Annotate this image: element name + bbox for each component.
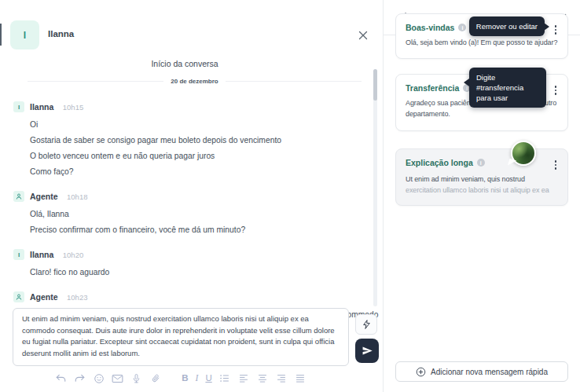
undo-icon[interactable] bbox=[55, 372, 67, 384]
info-icon[interactable] bbox=[458, 24, 466, 31]
italic-icon[interactable]: I bbox=[196, 372, 199, 384]
contact-name: Ilanna bbox=[48, 29, 74, 38]
paper-plane-icon bbox=[362, 346, 373, 356]
message-ilanna-1: I Ilanna 10h15 Oi Gostaria de saber se c… bbox=[13, 101, 351, 180]
kebab-menu-icon[interactable] bbox=[552, 24, 560, 35]
message-author: Agente bbox=[30, 192, 58, 201]
card-title: Boas-vindas bbox=[406, 23, 454, 32]
message-text: Gostaria de saber se consigo pagar meu b… bbox=[30, 133, 351, 148]
send-button[interactable] bbox=[355, 339, 379, 363]
message-text: Claro! fico no aguardo bbox=[30, 265, 351, 280]
attachment-icon[interactable] bbox=[149, 372, 161, 384]
bold-icon[interactable]: B bbox=[182, 372, 188, 384]
message-composer-input[interactable]: Ut enim ad minim veniam, quis nostrud ex… bbox=[13, 308, 349, 366]
message-author: Ilanna bbox=[30, 250, 53, 259]
plus-circle-icon bbox=[416, 367, 426, 377]
message-time: 10h23 bbox=[67, 293, 87, 302]
person-icon bbox=[15, 293, 23, 301]
kebab-menu-icon[interactable] bbox=[552, 85, 560, 96]
avatar-initial: I bbox=[18, 251, 20, 258]
align-center-icon[interactable] bbox=[257, 372, 269, 384]
card-title: Explicação longa bbox=[406, 158, 473, 167]
message-avatar bbox=[13, 291, 24, 302]
card-title: Transferência bbox=[406, 83, 459, 93]
message-time: 10h15 bbox=[63, 103, 83, 112]
card-body-line1: Ut enim ad minim veniam, quis nostrud bbox=[406, 174, 558, 185]
conversation-start-label: Início da conversa bbox=[0, 59, 369, 68]
divider-line bbox=[226, 81, 362, 82]
align-left-icon[interactable] bbox=[238, 372, 250, 384]
microphone-icon[interactable] bbox=[130, 372, 142, 384]
contact-avatar-initial: I bbox=[24, 30, 26, 41]
add-quick-message-button[interactable]: Adicionar nova mensagem rápida bbox=[395, 361, 568, 382]
redo-icon[interactable] bbox=[74, 372, 86, 384]
message-time: 10h20 bbox=[63, 251, 83, 259]
quick-message-card-boas-vindas[interactable]: Boas-vindas Olá, seja bem vindo (a)! Em … bbox=[395, 13, 568, 59]
justify-icon[interactable] bbox=[295, 372, 307, 384]
message-time: 10h18 bbox=[67, 192, 87, 201]
message-author: Ilanna bbox=[30, 102, 53, 112]
message-text: Oi bbox=[30, 117, 351, 133]
divider-line bbox=[28, 81, 163, 82]
chat-scrollbar-thumb[interactable] bbox=[373, 69, 377, 101]
align-right-icon[interactable] bbox=[276, 372, 288, 384]
card-body-line2: exercitation ullamco laboris nisi ut ali… bbox=[406, 185, 558, 196]
quick-message-card-explicacao-longa[interactable]: Explicação longa Ut enim ad minim veniam… bbox=[395, 148, 568, 206]
chat-scrollbar[interactable] bbox=[373, 69, 377, 306]
chat-header: I Ilanna bbox=[0, 0, 384, 55]
lightning-bolt-icon bbox=[362, 319, 372, 330]
person-icon bbox=[15, 192, 23, 200]
bullet-list-icon[interactable] bbox=[219, 372, 231, 384]
avatar-initial: I bbox=[18, 104, 20, 111]
email-icon[interactable] bbox=[112, 372, 123, 384]
message-text: O boleto venceu ontem e eu não queria pa… bbox=[30, 148, 351, 164]
kebab-menu-icon[interactable] bbox=[552, 159, 560, 170]
format-toolbar: B I U bbox=[13, 372, 349, 384]
contact-avatar: I bbox=[10, 20, 39, 49]
quick-messages-panel: Mensagens rápidas Boas-vindas Olá, seja … bbox=[384, 0, 580, 392]
message-text: Como faço? bbox=[30, 164, 351, 180]
info-icon[interactable] bbox=[477, 159, 485, 167]
message-avatar: I bbox=[13, 101, 24, 112]
add-button-label: Adicionar nova mensagem rápida bbox=[431, 368, 548, 376]
card-body: Olá, seja bem vindo (a)! Em que posso te… bbox=[406, 38, 558, 49]
tooltip-digite-transferencia: Digite #transferencia para usar bbox=[469, 68, 546, 108]
message-avatar: I bbox=[13, 249, 24, 260]
chat-panel: I Ilanna Início da conversa 20 de dezemb… bbox=[0, 0, 384, 392]
tooltip-remover-ou-editar: Remover ou editar bbox=[469, 16, 545, 36]
message-list: I Ilanna 10h15 Oi Gostaria de saber se c… bbox=[13, 101, 351, 333]
message-author: Agente bbox=[30, 292, 58, 302]
chat-close-icon[interactable] bbox=[358, 30, 369, 41]
app-window: I Ilanna Início da conversa 20 de dezemb… bbox=[0, 0, 580, 392]
quick-messages-button[interactable] bbox=[355, 314, 377, 335]
emoji-icon[interactable] bbox=[93, 372, 105, 384]
date-divider-label: 20 de dezembro bbox=[171, 78, 218, 85]
underline-icon[interactable]: U bbox=[205, 372, 211, 384]
date-divider: 20 de dezembro bbox=[28, 78, 362, 85]
message-text: Olá, Ilanna bbox=[30, 207, 351, 222]
message-avatar bbox=[13, 191, 24, 202]
quick-message-card-transferencia[interactable]: Transferência Agradeço sua paciência, te… bbox=[395, 74, 568, 131]
message-text: Preciso confirmar com o financeiro, você… bbox=[30, 222, 351, 238]
message-ilanna-2: I Ilanna 10h20 Claro! fico no aguardo bbox=[13, 248, 351, 280]
user-presence-avatar bbox=[511, 141, 536, 166]
message-agente-1: Agente 10h18 Olá, Ilanna Preciso confirm… bbox=[13, 190, 351, 238]
